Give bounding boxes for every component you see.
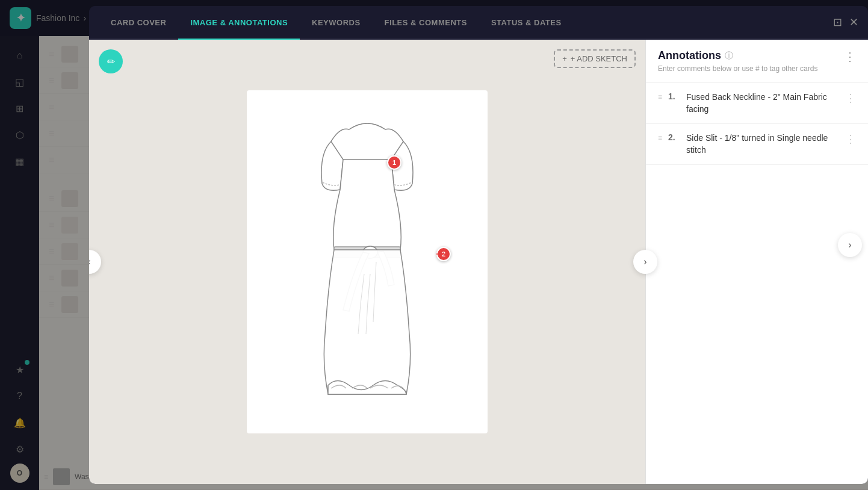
add-sketch-label: + ADD SKETCH: [571, 54, 627, 63]
drag-handle-1[interactable]: ≡: [658, 93, 662, 101]
close-modal-button[interactable]: ✕: [849, 16, 858, 29]
annotations-panel: Annotations ⓘ Enter comments below or us…: [645, 40, 868, 484]
add-sketch-button[interactable]: + + ADD SKETCH: [554, 49, 636, 68]
info-icon[interactable]: ⓘ: [725, 51, 733, 61]
annotation-text-2: Side Slit - 1/8" turned in Single needle…: [686, 132, 839, 156]
dress-svg: [271, 105, 463, 418]
annotation-dot-1[interactable]: 1: [387, 155, 401, 170]
annotations-subtitle: Enter comments below or use # to tag oth…: [658, 64, 817, 73]
modal-tab-actions: ⊡ ✕: [833, 16, 858, 29]
annotation-item-1: ≡ 1. Fused Back Neckline - 2" Main Fabri…: [646, 83, 868, 124]
image-area: ✏ + + ADD SKETCH ‹ ›: [89, 40, 645, 484]
modal-dialog: CARD COVER IMAGE & ANNOTATIONS KEYWORDS …: [89, 6, 868, 484]
annotations-header: Annotations ⓘ Enter comments below or us…: [646, 40, 868, 83]
annotation-options-2[interactable]: ⋮: [845, 132, 856, 146]
annotation-item-2: ≡ 2. Side Slit - 1/8" turned in Single n…: [646, 124, 868, 165]
prev-image-button[interactable]: ‹: [89, 250, 101, 274]
tab-status-dates[interactable]: STATUS & DATES: [479, 6, 574, 40]
modal-tabs: CARD COVER IMAGE & ANNOTATIONS KEYWORDS …: [89, 6, 868, 40]
next-image-button[interactable]: ›: [633, 250, 657, 274]
dress-illustration: 1 2: [247, 90, 488, 433]
plus-icon: +: [562, 54, 567, 63]
annotations-title: Annotations ⓘ: [658, 49, 817, 62]
annotation-dot-2[interactable]: 2: [436, 247, 451, 261]
tab-image-annotations[interactable]: IMAGE & ANNOTATIONS: [178, 6, 300, 40]
expand-modal-button[interactable]: ⊡: [833, 16, 842, 29]
next-card-button[interactable]: ›: [838, 233, 862, 257]
annotation-number-1: 1.: [668, 91, 680, 101]
edit-image-button[interactable]: ✏: [99, 49, 123, 73]
modal-body: ✏ + + ADD SKETCH ‹ ›: [89, 40, 868, 484]
annotation-options-1[interactable]: ⋮: [845, 91, 856, 105]
annotations-menu-button[interactable]: ⋮: [844, 49, 856, 64]
edit-icon: ✏: [107, 56, 115, 67]
tab-keywords[interactable]: KEYWORDS: [300, 6, 373, 40]
tab-files-comments[interactable]: FILES & COMMENTS: [373, 6, 479, 40]
tab-card-cover[interactable]: CARD COVER: [99, 6, 178, 40]
annotation-number-2: 2.: [668, 132, 680, 142]
drag-handle-2[interactable]: ≡: [658, 134, 662, 142]
annotation-text-1: Fused Back Neckline - 2" Main Fabric fac…: [686, 91, 839, 115]
